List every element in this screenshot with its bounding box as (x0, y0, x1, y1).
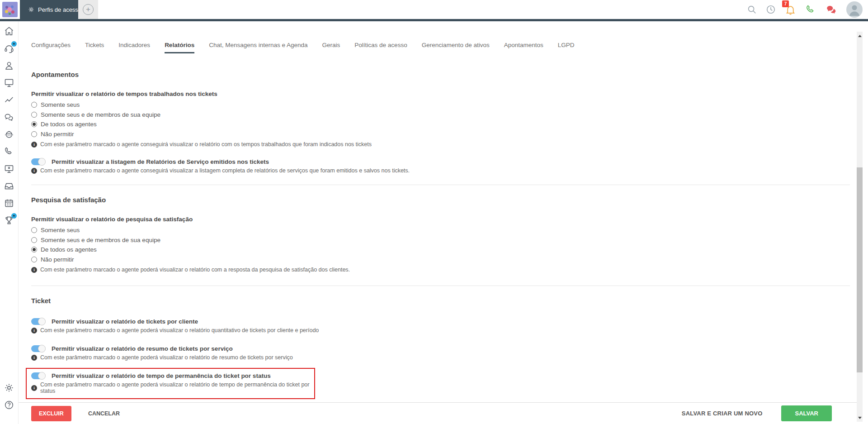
radio-option-somente-seus[interactable]: Somente seus (31, 225, 80, 235)
new-tab-button[interactable]: + (78, 0, 98, 19)
toggle-knob (38, 318, 46, 325)
phone-icon[interactable] (805, 4, 816, 15)
sidebar-item-remote-access[interactable] (4, 163, 14, 174)
tab-gerais[interactable]: Gerais (322, 42, 340, 53)
toggle-row-relatorios-servico: Permitir visualizar a listagem de Relató… (31, 158, 868, 165)
notification-count-badge: 7 (782, 0, 789, 7)
sidebar-item-monitor[interactable] (4, 77, 14, 88)
radio-icon[interactable] (31, 102, 37, 108)
sidebar-item-gamification[interactable]: ★ (4, 215, 14, 226)
user-avatar[interactable] (846, 1, 863, 18)
toggle-row-tickets-por-cliente: Permitir visualizar o relatório de ticke… (31, 318, 868, 325)
radio-icon[interactable] (31, 112, 37, 118)
notifications-bell-icon[interactable]: 7 (785, 4, 796, 15)
tab-relatorios[interactable]: Relatórios (165, 42, 194, 53)
toggle-knob (38, 345, 46, 353)
question-tempos-trabalhados: Permitir visualizar o relatório de tempo… (31, 91, 868, 97)
sidebar-item-inbox[interactable] (4, 181, 14, 191)
radio-option-todos-agentes[interactable]: De todos os agentes (31, 245, 97, 255)
save-button[interactable]: SALVAR (781, 405, 832, 421)
radio-option-seus-e-equipe[interactable]: Somente seus e de membros de sua equipe (31, 110, 160, 120)
delete-button[interactable]: EXCLUIR (31, 406, 71, 421)
main-panel: Configurações Tickets Indicadores Relató… (19, 21, 868, 424)
toggle-row-resumo-por-servico: Permitir visualizar o relatório de resum… (31, 345, 868, 352)
section-title-apontamentos: Apontamentos (31, 71, 868, 78)
info-icon: i (31, 385, 37, 391)
tab-politicas-acesso[interactable]: Políticas de acesso (354, 42, 407, 53)
settings-tabs: Configurações Tickets Indicadores Relató… (31, 42, 868, 53)
info-icon: i (31, 355, 37, 361)
gear-icon (28, 6, 34, 13)
radio-option-nao-permitir[interactable]: Não permitir (31, 129, 74, 139)
radio-icon[interactable] (31, 131, 37, 137)
info-icon: i (31, 328, 37, 333)
info-icon: i (31, 142, 37, 148)
toggle-switch-on[interactable] (31, 158, 45, 165)
scroll-up-arrow[interactable] (857, 33, 863, 39)
tab-gerenciamento-ativos[interactable]: Gerenciamento de ativos (422, 42, 490, 53)
radio-option-somente-seus[interactable]: Somente seus (31, 100, 80, 110)
info-relatorios-servico: i Com este parâmetro marcado o agente co… (31, 167, 868, 174)
info-tickets-por-cliente: i Com este parâmetro marcado o agente po… (31, 327, 868, 333)
scrollbar-thumb[interactable] (857, 167, 863, 372)
section-title-ticket: Ticket (31, 297, 868, 305)
radio-icon[interactable] (31, 237, 37, 243)
toggle-switch-on[interactable] (31, 372, 45, 379)
section-title-pesquisa: Pesquisa de satisfação (31, 196, 868, 204)
sidebar-item-phone[interactable] (4, 146, 14, 157)
radio-icon[interactable] (31, 257, 37, 262)
radio-icon-checked[interactable] (31, 121, 37, 127)
tab-apontamentos[interactable]: Apontamentos (504, 42, 543, 53)
info-tempos-trabalhados: i Com este parâmetro marcado o agente co… (31, 141, 868, 148)
star-badge-icon: ★ (11, 41, 17, 47)
history-clock-icon[interactable] (766, 5, 776, 14)
cancel-button[interactable]: CANCELAR (88, 410, 120, 417)
sidebar-item-headset[interactable]: ★ (4, 43, 14, 54)
app-logo[interactable] (2, 2, 18, 17)
toggle-knob (38, 158, 46, 166)
sidebar-item-calendar[interactable] (4, 198, 14, 209)
section-divider (31, 286, 850, 286)
sidebar: ★ (0, 21, 19, 424)
info-icon: i (31, 267, 37, 273)
question-pesquisa-satisfacao: Permitir visualizar o relatório de pesqu… (31, 216, 868, 223)
sidebar-item-performance[interactable] (4, 95, 14, 105)
toggle-switch-on[interactable] (31, 318, 45, 325)
search-icon[interactable] (747, 5, 757, 14)
vertical-scrollbar[interactable] (857, 32, 863, 422)
scroll-down-arrow[interactable] (857, 414, 863, 421)
radio-icon-checked[interactable] (31, 247, 37, 252)
sidebar-item-chat[interactable] (4, 112, 14, 123)
toggle-row-permanencia-por-status: Permitir visualizar o relatório de tempo… (31, 372, 310, 379)
sidebar-item-settings[interactable] (4, 382, 14, 393)
radio-option-todos-agentes[interactable]: De todos os agentes (31, 119, 97, 129)
toggle-switch-on[interactable] (31, 345, 45, 352)
tab-lgpd[interactable]: LGPD (558, 42, 575, 53)
chat-icon[interactable] (826, 4, 837, 15)
action-footer: EXCLUIR CANCELAR SALVAR E CRIAR UM NOVO … (19, 402, 857, 424)
topbar: Perfis de acesso + 7 (0, 0, 868, 21)
tab-chat-mensagens[interactable]: Chat, Mensagens internas e Agenda (209, 42, 307, 53)
radio-option-seus-e-equipe[interactable]: Somente seus e de membros de sua equipe (31, 235, 160, 245)
toggle-knob (38, 372, 46, 380)
tab-indicadores[interactable]: Indicadores (118, 42, 150, 53)
open-tab-title: Perfis de acesso (38, 6, 81, 13)
highlight-box-permanencia-status: Permitir visualizar o relatório de tempo… (26, 368, 315, 399)
sidebar-item-bot[interactable] (4, 129, 14, 140)
section-divider (31, 185, 850, 185)
tab-tickets[interactable]: Tickets (85, 42, 104, 53)
info-icon: i (31, 168, 37, 174)
info-permanencia-por-status: i Com este parâmetro marcado o agente po… (31, 381, 310, 394)
tab-configuracoes[interactable]: Configurações (31, 42, 71, 53)
sidebar-item-home[interactable] (4, 26, 14, 37)
sidebar-item-help[interactable] (4, 400, 14, 410)
radio-icon[interactable] (31, 227, 37, 233)
info-pesquisa-satisfacao: i Com este parâmetro marcado o agente po… (31, 267, 868, 273)
save-and-create-new-button[interactable]: SALVAR E CRIAR UM NOVO (682, 410, 763, 417)
star-badge-icon: ★ (11, 213, 17, 219)
plus-icon: + (83, 4, 94, 15)
radio-option-nao-permitir[interactable]: Não permitir (31, 255, 74, 265)
info-resumo-por-servico: i Com este parâmetro marcado o agente po… (31, 354, 868, 361)
sidebar-item-contacts[interactable] (4, 60, 14, 71)
